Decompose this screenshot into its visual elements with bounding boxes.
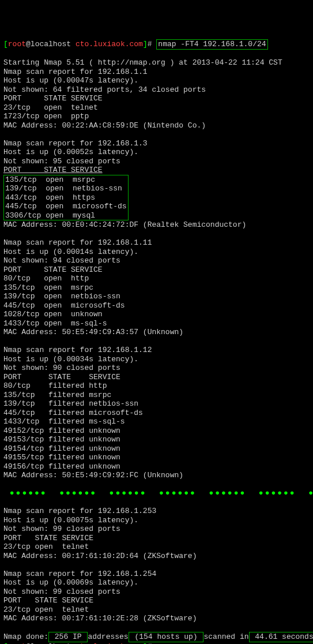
hash: # [148, 40, 152, 48]
host4-port: 1433/tcp filtered ms-sql-s [3, 417, 125, 426]
host6-mac: MAC Address: 00:17:61:10:2E:28 (ZKSoftwa… [3, 614, 197, 623]
host2-mac: MAC Address: 00:E0:4C:24:72:DF (Realtek … [3, 220, 246, 229]
host6-notshown: Not shown: 99 closed ports [3, 587, 120, 596]
done-up: (154 hosts up) [129, 632, 204, 642]
host4-port: 135/tcp filtered msrpc [3, 391, 111, 399]
host4-hdr: PORT STATE SERVICE [3, 373, 120, 381]
host2-port: 3306/tcp open mysql [5, 211, 95, 220]
host4-port: 49155/tcp filtered unknown [3, 453, 120, 462]
done-ip: 256 IP [48, 632, 88, 642]
host2-report: Nmap scan report for 192.168.1.3 [3, 139, 148, 148]
host5-port: 23/tcp open telnet [3, 542, 89, 551]
host2-up: Host is up (0.00052s latency). [3, 148, 138, 156]
host3-hdr: PORT STATE SERVICE [3, 265, 103, 274]
nmap-done-line: Nmap done: 256 IP addresses (154 hosts u… [3, 632, 313, 641]
host4-up: Host is up (0.00034s latency). [3, 355, 138, 364]
lb: [ [3, 40, 8, 48]
host5-up: Host is up (0.00075s latency). [3, 516, 138, 525]
host2-port: 139/tcp open netbios-ssn [5, 184, 122, 193]
host2-port: 445/tcp open microsoft-ds [5, 202, 127, 211]
command[interactable]: nmap -FT4 192.168.1.0/24 [156, 39, 267, 50]
prompt-line: [root@localhost cto.luxiaok.com]# nmap -… [3, 40, 268, 48]
host5-hdr: PORT STATE SERVICE [3, 534, 93, 542]
host3-notshown: Not shown: 94 closed ports [3, 256, 120, 265]
host1-up: Host is up (0.00047s latency). [3, 76, 138, 85]
host6-up: Host is up (0.00069s latency). [3, 578, 138, 587]
host2-port: 135/tcp open msrpc [5, 175, 95, 184]
host3-port: 1028/tcp open unknown [3, 310, 103, 319]
host3-report: Nmap scan report for 192.168.1.11 [3, 238, 152, 247]
host3-port: 1433/tcp open ms-sql-s [3, 319, 107, 328]
host: localhost [31, 40, 71, 48]
user: root [8, 40, 26, 48]
host1-port: 23/tcp open telnet [3, 103, 98, 112]
host4-port: 80/tcp filtered http [3, 381, 107, 390]
host2-ports-box: 135/tcp open msrpc 139/tcp open netbios-… [3, 175, 129, 221]
host4-port: 49154/tcp filtered unknown [3, 444, 120, 453]
host5-mac: MAC Address: 00:17:61:10:2D:64 (ZKSoftwa… [3, 552, 197, 560]
host3-port: 139/tcp open netbios-ssn [3, 292, 120, 301]
host1-mac: MAC Address: 00:22:AA:C8:59:DE (Nintendo… [3, 121, 206, 130]
host1-hdr: PORT STATE SERVICE [3, 94, 103, 103]
host1-notshown: Not shown: 64 filtered ports, 34 closed … [3, 85, 206, 94]
host4-port: 49153/tcp filtered unknown [3, 435, 120, 444]
host2-notshown: Not shown: 95 closed ports [3, 157, 120, 166]
done-sec: 44.61 seconds [249, 632, 314, 642]
host2-port: 443/tcp open https [5, 193, 95, 202]
at: @ [26, 40, 31, 48]
host4-port: 445/tcp filtered microsoft-ds [3, 409, 143, 417]
host3-port: 445/tcp open microsoft-ds [3, 301, 125, 310]
host4-mac: MAC Address: 50:E5:49:C9:92:FC (Unknown) [3, 471, 183, 480]
nmap-start: Starting Nmap 5.51 ( http://nmap.org ) a… [3, 58, 282, 67]
host6-port: 23/tcp open telnet [3, 605, 89, 614]
done-mid1: addresses [88, 632, 128, 641]
host4-port: 49152/tcp filtered unknown [3, 426, 120, 435]
host3-mac: MAC Address: 50:E5:49:C9:A3:57 (Unknown) [3, 328, 183, 336]
host4-port: 49156/tcp filtered unknown [3, 462, 120, 471]
host4-port: 139/tcp filtered netbios-ssn [3, 399, 138, 408]
host5-notshown: Not shown: 99 closed ports [3, 525, 120, 533]
host3-port: 135/tcp open msrpc [3, 283, 93, 292]
host4-notshown: Not shown: 90 closed ports [3, 364, 120, 372]
host6-report: Nmap scan report for 192.168.1.254 [3, 570, 156, 578]
host1-port: 1723/tcp open pptp [3, 112, 89, 121]
rb: ] [143, 40, 148, 48]
host4-report: Nmap scan report for 192.168.1.12 [3, 346, 152, 354]
ellipsis-row: ●●●●●● ●●●●●● ●●●●●● ●●●●●● ●●●●●● ●●●●●… [3, 489, 313, 497]
done-pre: Nmap done: [3, 632, 48, 641]
host5-report: Nmap scan report for 192.168.1.253 [3, 507, 156, 515]
host3-port: 80/tcp open http [3, 274, 89, 283]
host3-up: Host is up (0.00014s latency). [3, 248, 138, 256]
prompt-line-2[interactable]: [root@localhost cto.luxiaok.com]# [3, 642, 152, 645]
done-mid2: scanned in [203, 632, 248, 641]
host2-hdr: PORT STATE SERVICE [3, 166, 103, 174]
host6-hdr: PORT STATE SERVICE [3, 596, 93, 605]
path: cto.luxiaok.com [76, 40, 143, 48]
host1-report: Nmap scan report for 192.168.1.1 [3, 68, 148, 76]
